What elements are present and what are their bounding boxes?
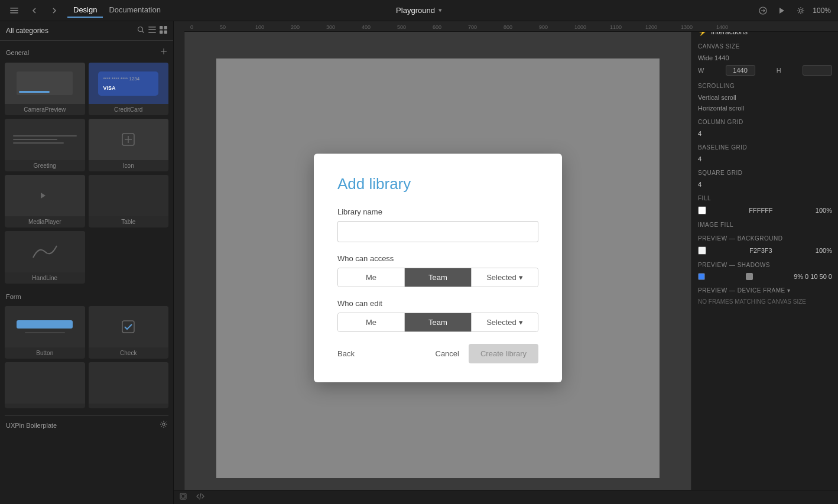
access-team-button[interactable]: Team bbox=[405, 268, 472, 287]
project-name: Playground bbox=[396, 6, 435, 15]
bottom-tabs bbox=[180, 493, 204, 502]
canvas-w-label: W bbox=[698, 67, 704, 74]
settings-icon[interactable] bbox=[794, 4, 808, 18]
component-greeting[interactable]: Greeting bbox=[5, 119, 85, 171]
forward-icon[interactable] bbox=[47, 4, 61, 18]
ruler-vertical bbox=[174, 21, 184, 504]
component-table[interactable]: Table bbox=[89, 175, 169, 227]
preview-bg-row: F2F3F3 100% bbox=[698, 246, 832, 255]
top-bar-right: 100% bbox=[756, 4, 831, 18]
section-general-title: General bbox=[6, 49, 29, 56]
list-view-icon[interactable] bbox=[148, 26, 156, 35]
component-form-extra1[interactable] bbox=[5, 362, 85, 408]
canvas-size-label: Wide 1440 bbox=[698, 54, 729, 61]
component-media-player[interactable]: MediaPlayer bbox=[5, 175, 85, 227]
baseline-grid-title: BASELINE GRID bbox=[698, 144, 832, 151]
preview-bg-swatch[interactable] bbox=[698, 246, 706, 255]
svg-rect-11 bbox=[164, 26, 168, 30]
back-button[interactable]: Back bbox=[337, 349, 355, 358]
canvas-size-row: Wide 1440 bbox=[698, 54, 832, 61]
fill-title: FILL bbox=[698, 195, 832, 201]
share-icon[interactable] bbox=[756, 4, 770, 18]
edit-team-button[interactable]: Team bbox=[405, 313, 472, 331]
fill-opacity-value: 100% bbox=[816, 207, 832, 214]
media-player-label: MediaPlayer bbox=[5, 216, 85, 227]
preview-shadows-title: PREVIEW — SHADOWS bbox=[698, 262, 832, 268]
edit-dropdown-icon: ▾ bbox=[519, 318, 523, 327]
camera-bar bbox=[19, 91, 50, 93]
boilerplate-header: UXPin Boilerplate bbox=[5, 415, 168, 432]
greeting-label: Greeting bbox=[5, 160, 85, 171]
svg-rect-2 bbox=[10, 12, 18, 14]
who-can-edit-label: Who can edit bbox=[337, 299, 538, 308]
who-can-access-group: Me Team Selected ▾ bbox=[337, 268, 538, 287]
component-button[interactable]: Button bbox=[5, 306, 85, 359]
icon-thumb bbox=[89, 119, 169, 160]
canvas-size-title: CANVAS SIZE bbox=[698, 43, 832, 50]
component-grid-form: Button Check bbox=[5, 306, 168, 408]
baseline-grid-row: 4 bbox=[698, 155, 832, 162]
top-bar-center: Playground ▾ bbox=[396, 6, 442, 15]
credit-card-thumb: **** **** **** 1234 VISA bbox=[89, 63, 169, 104]
add-library-modal: Add library Library name Who can access … bbox=[314, 154, 562, 382]
form-extra2-thumb bbox=[89, 362, 169, 404]
component-handline[interactable]: HandLine bbox=[5, 231, 85, 284]
component-camera-preview[interactable]: CameraPreview bbox=[5, 63, 85, 115]
preview-icon[interactable] bbox=[775, 4, 789, 18]
shadows-values: 9% 0 10 50 0 bbox=[794, 273, 832, 280]
preview-bg-opacity: 100% bbox=[816, 247, 832, 254]
access-selected-button[interactable]: Selected ▾ bbox=[472, 268, 538, 287]
access-me-button[interactable]: Me bbox=[338, 268, 405, 287]
grid-icon[interactable] bbox=[160, 26, 167, 35]
shadows-checkbox[interactable] bbox=[698, 273, 705, 280]
fill-color-value: FFFFFF bbox=[749, 207, 772, 214]
library-name-label: Library name bbox=[337, 207, 538, 216]
tab-design[interactable]: Design bbox=[67, 3, 103, 18]
modal-footer: Back Cancel Create library bbox=[337, 344, 538, 363]
search-icon[interactable] bbox=[137, 26, 145, 35]
preview-device-title: PREVIEW — DEVICE FRAME ▾ bbox=[698, 287, 832, 294]
library-name-input[interactable] bbox=[337, 221, 538, 242]
sidebar-content: General CameraPreview bbox=[0, 41, 173, 504]
bottom-tab-code[interactable] bbox=[196, 493, 204, 502]
cancel-button[interactable]: Cancel bbox=[436, 349, 459, 358]
canvas-w-input[interactable] bbox=[726, 65, 755, 76]
svg-point-19 bbox=[163, 423, 165, 425]
modal-footer-right: Cancel Create library bbox=[436, 344, 539, 363]
column-grid-value: 4 bbox=[698, 130, 701, 137]
scrolling-title: SCROLLING bbox=[698, 83, 832, 89]
edit-selected-button[interactable]: Selected ▾ bbox=[472, 313, 538, 331]
boilerplate-settings-icon[interactable] bbox=[160, 421, 167, 430]
horizontal-scroll-label: Horizontal scroll bbox=[698, 105, 744, 112]
dropdown-chevron[interactable]: ▾ bbox=[439, 6, 442, 14]
image-fill-title: IMAGE FILL bbox=[698, 222, 832, 228]
create-library-button[interactable]: Create library bbox=[469, 344, 538, 363]
svg-rect-0 bbox=[10, 8, 18, 9]
check-label: Check bbox=[89, 347, 169, 359]
svg-rect-8 bbox=[148, 30, 156, 31]
section-general-icon[interactable] bbox=[160, 48, 167, 57]
ruler-corner bbox=[174, 21, 184, 32]
sidebar-header: All categories bbox=[0, 21, 173, 41]
square-grid-value: 4 bbox=[698, 181, 701, 188]
component-check[interactable]: Check bbox=[89, 306, 169, 359]
bottom-tab-layers[interactable] bbox=[180, 493, 187, 502]
component-credit-card[interactable]: **** **** **** 1234 VISA CreditCard bbox=[89, 63, 169, 115]
who-can-edit-group: Me Team Selected ▾ bbox=[337, 313, 538, 332]
baseline-grid-value: 4 bbox=[698, 155, 701, 162]
fill-color-swatch[interactable] bbox=[698, 206, 706, 214]
canvas-h-input[interactable] bbox=[803, 65, 832, 76]
preview-bg-title: PREVIEW — BACKGROUND bbox=[698, 235, 832, 242]
component-form-extra2[interactable] bbox=[89, 362, 169, 408]
zoom-level: 100% bbox=[813, 6, 831, 15]
component-icon[interactable]: Icon bbox=[89, 119, 169, 171]
component-grid-general: CameraPreview **** **** **** 1234 VISA C… bbox=[5, 63, 168, 284]
edit-me-button[interactable]: Me bbox=[338, 313, 405, 331]
svg-rect-12 bbox=[160, 31, 163, 34]
section-form-title: Form bbox=[6, 293, 21, 300]
back-icon[interactable] bbox=[27, 4, 41, 18]
square-grid-title: SQUARE GRID bbox=[698, 170, 832, 176]
menu-icon[interactable] bbox=[7, 4, 21, 18]
tab-documentation[interactable]: Documentation bbox=[103, 3, 166, 18]
shadows-color-swatch[interactable] bbox=[746, 273, 753, 280]
